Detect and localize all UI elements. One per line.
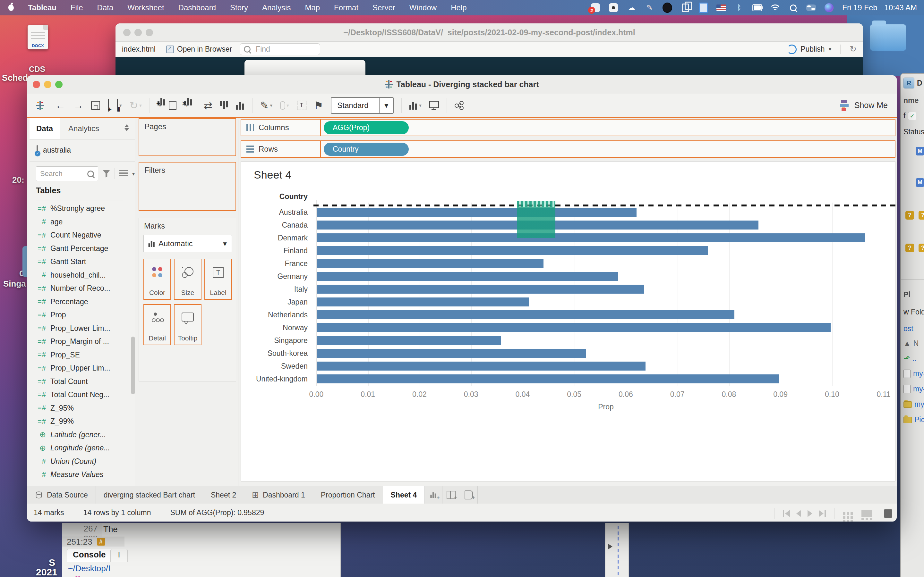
sort-descending-button[interactable] bbox=[236, 101, 244, 110]
tooltip-button[interactable]: Tooltip bbox=[174, 304, 202, 345]
columns-shelf[interactable]: Columns AGG(Prop) bbox=[241, 119, 895, 136]
color-button[interactable]: Color bbox=[144, 259, 171, 300]
redo-button[interactable]: → bbox=[73, 99, 83, 111]
new-story-tab-button[interactable]: + bbox=[460, 486, 478, 504]
field-row[interactable]: Measure Values bbox=[29, 468, 129, 482]
current-view-icon[interactable] bbox=[884, 509, 892, 518]
bar-italy[interactable] bbox=[317, 285, 644, 293]
window-app-icon[interactable] bbox=[698, 3, 708, 13]
run-update-button[interactable]: ↻▾ bbox=[129, 99, 142, 111]
bar-united-kingdom[interactable] bbox=[317, 374, 779, 384]
file-list-item[interactable]: Pict bbox=[903, 416, 924, 424]
battery-icon[interactable] bbox=[752, 3, 762, 13]
menu-item[interactable]: Server bbox=[373, 3, 395, 12]
row-label-canada[interactable]: Canada bbox=[282, 221, 308, 229]
filters-shelf[interactable]: Filters bbox=[139, 162, 236, 211]
new-data-source-button[interactable]: + bbox=[108, 99, 109, 111]
sheet-tab[interactable]: Proportion Chart bbox=[313, 486, 383, 504]
filmstrip-view-icon[interactable] bbox=[861, 510, 872, 517]
publish-button[interactable]: Publish bbox=[800, 45, 825, 53]
field-row[interactable]: Total Count Neg... bbox=[29, 388, 129, 402]
row-label-netherlands[interactable]: Netherlands bbox=[268, 311, 308, 319]
pill-agg-prop[interactable]: AGG(Prop) bbox=[324, 121, 409, 134]
tab-index-html[interactable]: index.html bbox=[115, 45, 156, 53]
first-page-button[interactable] bbox=[783, 510, 790, 517]
undo-button[interactable]: ← bbox=[55, 99, 65, 111]
bar-japan[interactable] bbox=[317, 298, 529, 306]
tab-analytics[interactable]: Analytics bbox=[60, 118, 135, 139]
previous-page-button[interactable] bbox=[796, 510, 801, 517]
bar-finland[interactable] bbox=[317, 246, 708, 255]
row-label-south-korea[interactable]: South-korea bbox=[268, 349, 308, 358]
row-label-norway[interactable]: Norway bbox=[283, 324, 308, 332]
new-dashboard-tab-button[interactable]: + bbox=[443, 486, 460, 504]
row-label-finland[interactable]: Finland bbox=[284, 247, 308, 255]
field-row[interactable]: Z_95% bbox=[29, 402, 129, 415]
fit-selector[interactable]: Standard ▾ bbox=[331, 97, 394, 114]
mark-type-dropdown[interactable]: Automatic ▾ bbox=[144, 235, 232, 252]
files-path-fragment[interactable]: ost bbox=[903, 324, 913, 333]
row-label-france[interactable]: France bbox=[284, 259, 308, 268]
file-list-item[interactable]: ⬏ .. bbox=[903, 354, 917, 363]
highlight-button[interactable]: ✎▾ bbox=[260, 99, 272, 111]
apple-icon[interactable] bbox=[8, 5, 14, 11]
preview-titlebar[interactable]: ~/Desktop/ISSS608/DataV/_site/posts/2021… bbox=[115, 23, 863, 42]
window-controls[interactable] bbox=[123, 29, 153, 36]
menu-item[interactable]: Data bbox=[97, 3, 113, 12]
sheet-tab[interactable]: Data Source bbox=[27, 486, 96, 504]
refresh-icon[interactable]: ↻ bbox=[850, 44, 857, 54]
bar-germany[interactable] bbox=[317, 272, 618, 281]
sheet-tab[interactable]: Sheet 2 bbox=[203, 486, 244, 504]
field-row[interactable]: age bbox=[29, 215, 129, 229]
field-row[interactable]: Z_99% bbox=[29, 415, 129, 428]
docx-file-icon[interactable]: DOCX bbox=[27, 25, 48, 49]
menu-item[interactable]: Analysis bbox=[262, 3, 291, 12]
sort-ascending-button[interactable] bbox=[220, 101, 228, 110]
open-in-browser-button[interactable]: Open in Browser bbox=[177, 45, 232, 53]
attachment-button[interactable]: ▾ bbox=[280, 101, 289, 110]
minimize-button[interactable] bbox=[134, 29, 142, 36]
tableau-logo-button[interactable] bbox=[36, 101, 47, 110]
siri-icon[interactable] bbox=[824, 3, 834, 13]
menu-clock[interactable]: Fri 19 Feb 10:43 AM bbox=[842, 3, 917, 12]
rows-shelf[interactable]: Rows Country bbox=[241, 140, 895, 158]
run-chunk-icon[interactable] bbox=[608, 544, 612, 550]
chevron-down-icon[interactable]: ▾ bbox=[132, 171, 135, 177]
zoom-button[interactable] bbox=[145, 29, 153, 36]
field-row[interactable]: Prop_Upper Lim... bbox=[29, 362, 129, 375]
chevron-down-icon[interactable]: ▾ bbox=[379, 98, 393, 113]
duplicate-button[interactable] bbox=[169, 101, 176, 110]
console-tab[interactable]: Console bbox=[67, 549, 112, 562]
row-label-sweden[interactable]: Sweden bbox=[281, 362, 308, 371]
bar-norway[interactable] bbox=[317, 323, 830, 332]
sheet-tab[interactable]: Sheet 4 bbox=[383, 486, 425, 504]
input-language-flag-icon[interactable] bbox=[716, 3, 726, 13]
row-label-united-kingdom[interactable]: United-kingdom bbox=[256, 375, 308, 384]
row-label-singapore[interactable]: Singapore bbox=[274, 336, 308, 345]
sort-arrow-icon[interactable]: ▲ bbox=[903, 339, 911, 348]
row-label-italy[interactable]: Italy bbox=[294, 285, 308, 293]
menu-item[interactable]: Dashboard bbox=[178, 3, 216, 12]
field-row[interactable]: Prop bbox=[29, 308, 129, 322]
menu-item[interactable]: Window bbox=[409, 3, 437, 12]
plot-area[interactable] bbox=[317, 200, 896, 386]
git-check-icon[interactable]: ✓ bbox=[908, 112, 916, 120]
new-worksheet-button[interactable]: +▾ bbox=[158, 103, 162, 108]
last-page-button[interactable] bbox=[819, 510, 826, 517]
dark-app-icon[interactable] bbox=[662, 3, 672, 13]
tableau-titlebar[interactable]: Tableau - Diverging stacked bar chart bbox=[27, 75, 897, 94]
pane-sort-icon[interactable] bbox=[124, 124, 129, 131]
file-list-item[interactable]: my- bbox=[903, 400, 924, 409]
bar-south-korea[interactable] bbox=[317, 349, 586, 358]
save-button[interactable] bbox=[91, 101, 100, 110]
field-row[interactable]: Gantt Start bbox=[29, 255, 129, 269]
filter-funnel-icon[interactable] bbox=[103, 170, 110, 177]
sheet-tab[interactable]: diverging stacked Bart chart bbox=[96, 486, 203, 504]
clear-sheet-button[interactable]: ✕▾ bbox=[184, 103, 188, 108]
desktop-folder-icon[interactable] bbox=[870, 24, 906, 51]
sheet-tab[interactable]: Dashboard 1 bbox=[244, 486, 313, 504]
presentation-mode-button[interactable] bbox=[429, 103, 439, 108]
file-list-item[interactable]: my- bbox=[903, 385, 924, 393]
field-row[interactable]: Number of Reco... bbox=[29, 282, 129, 295]
spotlight-icon[interactable] bbox=[788, 3, 798, 13]
